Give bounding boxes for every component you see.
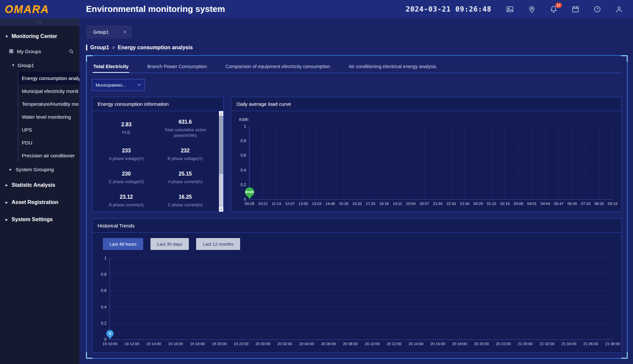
alarm-bell-icon[interactable]: 17 [550,5,558,13]
energy-info-body: 2.83 PUE 631.6 Total cumulative active p… [92,111,223,212]
metric: 16.25 C phase current(A) [157,194,213,208]
tab-label: Group1 [93,29,109,35]
analysis-tab[interactable]: Branch Power Consumption [147,61,208,73]
gridline [599,126,599,199]
sidebar-item-label: Asset Registration [12,199,58,205]
analysis-tab[interactable]: Air conditioning electrical energy analy… [348,61,437,73]
main-content: Group1 × Group1 > Energy consumption ana… [79,18,633,364]
x-tick: 18:18 [384,126,384,199]
caret-down-icon: ▾ [5,34,9,39]
sidebar-item-monitoring-center[interactable]: ▾ Monitoring Center [0,29,79,44]
tree-item[interactable]: PDU [18,136,79,149]
gridline [451,126,451,199]
range-button[interactable]: Last 48 hours [103,238,143,250]
scrollbar[interactable]: ▲ ▼ [219,111,223,212]
sidebar-root-item[interactable]: ▸ System Settings [0,211,79,228]
scroll-up-icon[interactable]: ▲ [219,111,223,116]
tree-item[interactable]: Precision air conditioner [18,149,79,162]
tree-item-label: Municipal electricity monit [22,88,78,94]
panel-title: Historical Trends [92,219,621,233]
x-tick-label: 07:33 [581,202,591,206]
sidebar-root-item[interactable]: ▸ Asset Registration [0,194,79,211]
x-tick: 20:04 [411,126,411,199]
gridline [465,126,465,199]
metric-value: 232 [157,148,213,154]
x-tick-label: 04:54 [541,202,550,206]
range-buttons: Last 48 hours Last 30 days Last 12 month… [103,238,613,250]
x-tick-label: 20 20:00 [474,342,489,346]
tree-item[interactable]: Water level monitoring [18,110,79,123]
search-icon[interactable] [68,49,74,54]
x-tick: 21:50 [438,126,438,199]
tree-node-group1[interactable]: ▾ Group1 [0,59,79,72]
x-tick: 14:46 [330,126,330,199]
tree-item[interactable]: Energy consumption analy [18,72,79,85]
logo: OMARA [0,3,79,16]
x-tick: 00:29 [478,126,478,199]
x-tick-label: 23:36 [460,202,470,206]
sidebar-root-item[interactable]: ▸ Statistic Analysis [0,177,79,194]
tree-item[interactable]: UPS [18,123,79,136]
tree-items: Energy consumption analy Municipal elect… [18,72,79,162]
panel-corner-decoration [86,55,93,62]
metric-label: PUE [98,130,154,136]
gridline [478,126,478,199]
tree-item[interactable]: Municipal electricity monit [18,85,79,98]
tree-item[interactable]: Temperature/Humidity mo [18,98,79,110]
calendar-icon[interactable] [571,5,579,13]
scrollbar-thumb[interactable] [219,116,223,174]
x-tick-label: 21 04:00 [562,342,576,346]
breadcrumb-accent-bar [86,45,87,51]
x-tick-label: 20 00:00 [256,342,271,346]
x-tick: 20 16:00 [438,258,438,340]
sidebar-item-system-grouping[interactable]: ▸ System Grouping [0,162,79,177]
x-tick-label: 21 02:00 [540,342,555,346]
metric: 233 A phase voltage(V) [98,148,154,162]
gridline [438,126,438,199]
range-button[interactable]: Last 30 days [150,238,189,250]
sidebar-item-my-groups[interactable]: My Groups [0,44,79,59]
panel-corner-decoration [621,352,628,359]
x-tick: 19:11 [397,126,398,199]
metric-label: C phase current(A) [157,202,213,208]
analysis-tab[interactable]: Comparison of equipment electricity cons… [225,61,331,73]
image-icon[interactable] [506,5,514,13]
y-axis: 10.80.60.40.20 [98,256,109,342]
marker-tail [108,337,111,339]
close-icon[interactable]: × [123,29,126,35]
x-tick-label: 21 08:00 [605,342,620,346]
help-icon[interactable]: ? [593,5,601,13]
gridline [532,126,532,199]
x-tick: 20 06:00 [328,258,329,340]
y-tick-label: 0.8 [240,139,246,143]
x-tick-label: 19 10:00 [103,342,117,346]
historical-trends-panel: Historical Trends Last 48 hours Last 30 … [92,219,622,353]
range-button-label: Last 30 days [157,242,183,247]
breadcrumb-group[interactable]: Group1 [90,45,109,51]
x-tick: 20 20:00 [481,258,482,340]
x-tick: 05:47 [559,126,559,199]
marker-value: 0KWh [245,190,254,194]
plot-area: 19 10:00 19 12:00 19 14:00 19 16:00 19 1… [109,258,613,340]
user-icon[interactable] [615,5,623,13]
x-tick: 16:32 [357,126,357,199]
caret-right-icon: ▸ [5,183,9,187]
x-tick-label: 20 12:00 [387,342,401,346]
sidebar-item-label: System Settings [12,217,53,222]
main-panel: Total Electricity Branch Power Consumpti… [86,55,628,359]
gridline [384,126,384,199]
location-icon[interactable] [528,5,536,13]
metric-label: A phase current(A) [157,179,213,185]
scroll-down-icon[interactable]: ▼ [219,207,223,212]
x-tick-label: 21:50 [433,202,443,206]
tree-node-label: Group1 [18,62,34,68]
analysis-tab[interactable]: Total Electricity [93,61,129,73]
sidebar-collapse-handle[interactable]: ||| [0,18,79,26]
gridline [491,126,492,199]
tab-group1[interactable]: Group1 × [86,25,132,39]
x-tick-label: 14:46 [325,202,335,206]
device-dropdown[interactable]: Municipalelec... [92,79,145,91]
analysis-tabs: Total Electricity Branch Power Consumpti… [92,61,622,73]
x-tick-label: 12:07 [285,202,295,206]
range-button[interactable]: Last 12 months [196,238,240,250]
